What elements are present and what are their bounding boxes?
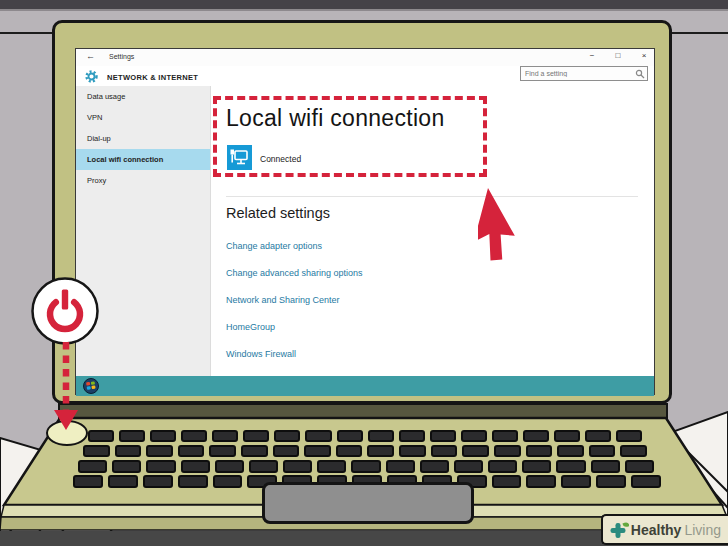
keyboard-key — [178, 475, 208, 488]
sidebar-item-local-wifi-connection[interactable]: Local wifi connection — [76, 149, 210, 170]
taskbar — [76, 376, 654, 396]
dashed-arrow-icon — [50, 340, 82, 440]
maximize-button[interactable]: □ — [610, 51, 626, 60]
keyboard-key — [73, 475, 103, 488]
sidebar-item-data-usage[interactable]: Data usage — [76, 86, 210, 107]
link-windows-firewall[interactable]: Windows Firewall — [226, 349, 296, 359]
window-title: Settings — [109, 53, 134, 60]
keyboard-key — [492, 475, 522, 488]
related-settings-heading: Related settings — [226, 205, 330, 221]
keyboard-key — [591, 460, 620, 473]
keyboard-key — [249, 460, 278, 473]
illustration-scene: ← Settings − □ × NETWORK & INTERNET Data… — [0, 0, 728, 546]
keyboard-key — [283, 460, 312, 473]
keyboard-key — [108, 475, 138, 488]
window-titlebar: ← Settings − □ × — [76, 49, 654, 66]
brand-name-light: Living — [684, 522, 721, 538]
keyboard-key — [88, 430, 114, 442]
keyboard-key — [522, 460, 551, 473]
keyboard-key — [616, 430, 642, 442]
keyboard-key — [83, 445, 110, 457]
keyboard-key — [78, 460, 107, 473]
keyboard-key — [178, 445, 205, 457]
power-icon — [28, 274, 102, 348]
keyboard-key — [430, 430, 456, 442]
keyboard-key — [488, 460, 517, 473]
back-button[interactable]: ← — [86, 51, 95, 61]
keyboard-key — [241, 445, 268, 457]
keyboard-key — [337, 430, 363, 442]
brand-plus-leaf-icon — [608, 519, 629, 541]
keyboard-key — [492, 430, 518, 442]
keyboard-row — [83, 445, 647, 457]
gear-icon — [85, 70, 98, 83]
keyboard-key — [304, 445, 331, 457]
keyboard-key — [557, 445, 584, 457]
trackpad[interactable] — [262, 482, 474, 524]
keyboard-key — [620, 445, 647, 457]
keyboard-row — [78, 460, 654, 473]
keyboard-key — [336, 445, 363, 457]
link-change-advanced-sharing-options[interactable]: Change advanced sharing options — [226, 268, 363, 278]
search-icon — [635, 69, 645, 79]
link-homegroup[interactable]: HomeGroup — [226, 322, 275, 332]
brand-name-bold: Healthy — [631, 522, 682, 538]
keyboard-key — [368, 430, 394, 442]
keyboard-key — [554, 430, 580, 442]
keyboard-key — [146, 460, 175, 473]
keyboard-key — [494, 445, 521, 457]
status-label: Connected — [260, 154, 301, 164]
keyboard-key — [112, 460, 141, 473]
keyboard-key — [243, 430, 269, 442]
section-divider — [226, 196, 638, 197]
search-input[interactable] — [521, 67, 633, 80]
cursor-arrow-icon — [478, 184, 542, 274]
keyboard-key — [454, 460, 483, 473]
keyboard-key — [209, 445, 236, 457]
keyboard-key — [526, 445, 553, 457]
keyboard-key — [351, 460, 380, 473]
keyboard-key — [367, 445, 394, 457]
page-title: NETWORK & INTERNET — [107, 73, 198, 82]
keyboard-key — [461, 430, 487, 442]
keyboard-key — [115, 445, 142, 457]
ethernet-connection-icon — [227, 145, 252, 170]
keyboard-key — [561, 475, 591, 488]
keyboard-key — [585, 430, 611, 442]
keyboard-key — [625, 460, 654, 473]
keyboard-key — [386, 460, 415, 473]
keyboard-key — [596, 475, 626, 488]
search-box — [520, 66, 648, 81]
keyboard-key — [212, 430, 238, 442]
close-button[interactable]: × — [636, 51, 652, 60]
keyboard-key — [181, 460, 210, 473]
keyboard-key — [181, 430, 207, 442]
keyboard-key — [399, 445, 426, 457]
keyboard-key — [146, 445, 173, 457]
keyboard-key — [305, 430, 331, 442]
healthy-living-logo: Healthy Living — [601, 514, 728, 545]
keyboard-key — [215, 460, 244, 473]
sidebar-item-proxy[interactable]: Proxy — [76, 170, 210, 191]
keyboard-key — [119, 430, 145, 442]
settings-window: ← Settings − □ × NETWORK & INTERNET Data… — [75, 48, 655, 395]
keyboard-key — [399, 430, 425, 442]
minimize-button[interactable]: − — [584, 51, 600, 60]
keyboard-key — [631, 475, 661, 488]
keyboard-key — [523, 430, 549, 442]
keyboard-key — [556, 460, 585, 473]
link-network-and-sharing-center[interactable]: Network and Sharing Center — [226, 295, 340, 305]
start-button[interactable] — [83, 378, 99, 394]
keyboard-key — [317, 460, 346, 473]
sidebar-item-dial-up[interactable]: Dial-up — [76, 128, 210, 149]
keyboard-key — [274, 430, 300, 442]
keyboard-key — [143, 475, 173, 488]
link-change-adapter-options[interactable]: Change adapter options — [226, 241, 322, 251]
sidebar-item-vpn[interactable]: VPN — [76, 107, 210, 128]
keyboard-key — [213, 475, 243, 488]
connection-title: Local wifi connection — [226, 105, 445, 132]
keyboard-row — [88, 430, 642, 442]
keyboard-key — [431, 445, 458, 457]
keyboard-key — [589, 445, 616, 457]
keyboard-key — [420, 460, 449, 473]
